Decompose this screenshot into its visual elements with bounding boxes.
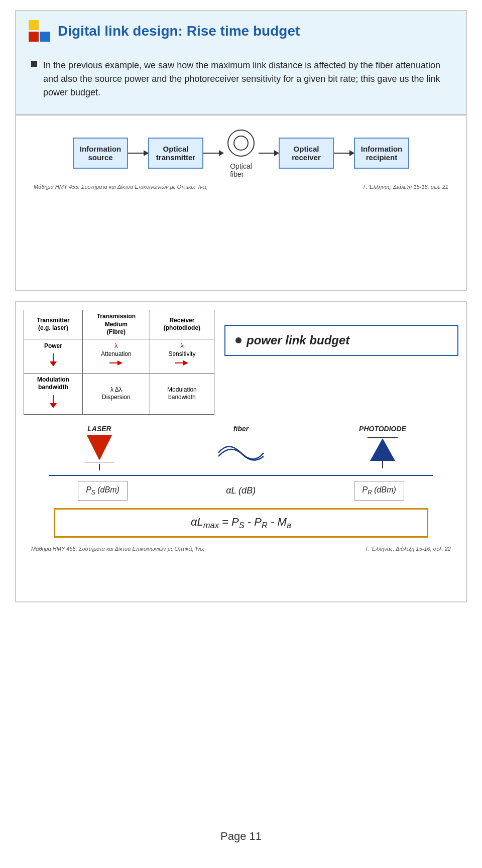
components-labels-row: LASER fiber PHOTODIODE [24,420,458,472]
laser-symbol [67,435,132,470]
arrow-1 [128,153,148,154]
photodiode-tri [370,438,395,461]
svg-marker-9 [50,403,57,408]
slide1-footer: Μάθημα ΗΜΥ 455: Συστήματα και Δίκτυα Επι… [26,181,456,193]
fiber-coil-svg [216,435,266,470]
icon-red [29,32,39,42]
line-center [69,475,413,476]
arrow-lambda-svg [108,358,124,368]
al-label: αL (dB) [226,485,256,496]
power-budget-text: power link budget [247,333,349,347]
laser-crossbar [99,464,100,470]
diagram-row: Informationsource Opticaltransmitter Opt… [26,128,456,178]
slide2-body: Transmitter(e.g. laser) TransmissionMedi… [16,302,466,562]
slide-2: Transmitter(e.g. laser) TransmissionMedi… [15,301,467,602]
svg-marker-5 [117,360,123,365]
grid-area: Transmitter(e.g. laser) TransmissionMedi… [24,310,214,415]
box-information-source: Informationsource [73,138,128,169]
header-icon [29,20,50,42]
arrow-down2-svg [46,394,61,409]
svg-point-1 [234,136,248,150]
grid-cell-dispersion: λ ΔλDispersion [82,373,150,414]
arrow-4 [334,153,354,154]
grid-row-modulation: Modulationbandwidth [24,373,83,414]
page-number: Page 11 [0,815,482,858]
arrow-sensitivity-svg [174,358,189,368]
bullet-item: In the previous example, we saw how the … [31,59,451,99]
fiber-text: Opticalfiber [230,162,252,178]
ps-label: PS (dBm) [86,485,119,494]
diagram-area: Informationsource Opticaltransmitter Opt… [16,114,466,198]
grid-row-power: Power [24,339,83,373]
photodiode-crossbar [382,461,383,468]
power-budget-box: power link budget [224,325,458,356]
laser-component: LASER [67,425,132,470]
box-optical-receiver: Opticalreceiver [279,138,334,169]
bullet-dot [235,337,242,343]
bullet-text: In the previous example, we saw how the … [43,59,451,99]
slide1-title: Digital link design: Rise time budget [58,23,300,39]
pr-dbm-box: PR (dBm) [354,481,404,501]
slide1-header: Digital link design: Rise time budget [16,11,466,49]
icon-empty [40,20,50,30]
arrow-3 [259,153,279,154]
box-optical-transmitter: Opticaltransmitter [148,138,203,169]
slide2-top: Transmitter(e.g. laser) TransmissionMedi… [24,310,458,415]
budget-area: power link budget [224,310,458,356]
laser-label: LASER [67,425,132,433]
pr-sub: R [368,489,372,496]
fiber-svg [223,128,259,161]
line-left [49,475,69,476]
box-information-recipient: Informationrecipient [354,138,409,169]
connecting-line-row [24,475,458,476]
photodiode-symbol [350,435,415,470]
line-right [413,475,433,476]
photodiode-component: PHOTODIODE [350,425,415,470]
footer-right-2: Γ. Έλληνας, Διάλεξη 15-16, σελ. 22 [366,546,451,552]
formula-box: αLmax = PS - PR - Ma [54,508,428,538]
footer-left-2: Μάθημα ΗΜΥ 455: Συστήματα και Δίκτυα Επι… [31,546,205,552]
grid-header-transmitter: Transmitter(e.g. laser) [24,310,83,339]
bullet-icon [31,61,37,67]
arrow-2 [203,153,223,154]
formula-text: αLmax = PS - PR - Ma [191,516,291,528]
laser-tri-shape [87,435,112,460]
grid-cell-lambda-attenuation: λ Attenuation [82,339,150,373]
icon-blue [40,32,50,42]
pr-label: PR (dBm) [362,485,396,494]
photodiode-label: PHOTODIODE [350,425,415,433]
grid-header-receiver: Receiver(photodiode) [150,310,214,339]
svg-marker-7 [183,360,188,365]
laser-base [84,462,114,463]
grid-cell-sensitivity: λ Sensitivity [150,339,214,373]
fiber-label: fiber [208,425,274,433]
slide1-body: In the previous example, we saw how the … [16,49,466,114]
grid-table: Transmitter(e.g. laser) TransmissionMedi… [24,310,214,415]
al-text: αL (dB) [226,485,256,495]
slide2-footer: Μάθημα ΗΜΥ 455: Συστήματα και Δίκτυα Επι… [24,543,458,555]
slide-1: Digital link design: Rise time budget In… [15,10,467,291]
svg-point-0 [228,130,254,156]
icon-yellow [29,20,39,30]
svg-marker-3 [50,361,57,366]
fiber-component: fiber [208,425,274,472]
ps-dbm-box: PS (dBm) [78,481,128,501]
grid-cell-mod-bandwidth: Modulationbandwidth [150,373,214,414]
fiber-symbol-area: Opticalfiber [223,128,259,178]
arrow-down-svg [46,352,61,367]
footer-right-1: Γ. Έλληνας, Διάλεξη 15-16, σελ. 21 [364,184,448,190]
footer-left-1: Μάθημα ΗΜΥ 455: Συστήματα και Δίκτυα Επι… [34,184,207,190]
dbm-row: PS (dBm) αL (dB) PR (dBm) [24,478,458,503]
grid-header-medium: TransmissionMedium(Fibre) [82,310,150,339]
ps-sub: S [91,489,95,496]
